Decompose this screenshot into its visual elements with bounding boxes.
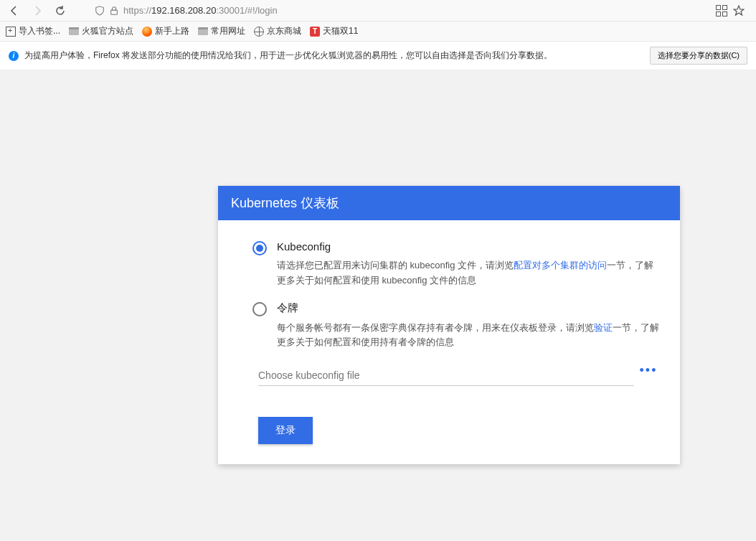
qr-icon[interactable] [716, 5, 727, 17]
globe-icon [254, 27, 264, 37]
lock-icon [109, 6, 119, 16]
bookmark-getting-started[interactable]: 新手上路 [142, 25, 189, 37]
forward-button[interactable] [29, 2, 46, 19]
radio-token[interactable] [252, 302, 267, 316]
option-desc: 请选择您已配置用来访问集群的 kubeconfig 文件，请浏览配置对多个集群的… [277, 258, 663, 288]
shield-icon [95, 6, 105, 16]
bookmark-tmall[interactable]: T 天猫双11 [310, 25, 358, 37]
link-multi-cluster[interactable]: 配置对多个集群的访问 [514, 260, 607, 270]
bookmark-label: 常用网址 [211, 25, 245, 37]
folder-icon [198, 27, 208, 35]
bookmark-jd[interactable]: 京东商城 [254, 25, 301, 37]
url-text: https://192.168.208.20:30001/#!/login [123, 5, 278, 16]
choose-data-button[interactable]: 选择您要分享的数据(C) [650, 47, 747, 65]
login-button[interactable]: 登录 [258, 417, 313, 444]
option-kubeconfig[interactable]: Kubeconfig 请选择您已配置用来访问集群的 kubeconfig 文件，… [252, 240, 663, 288]
more-menu-button[interactable]: ••• [634, 363, 663, 388]
info-icon: i [9, 51, 19, 61]
firefox-icon [142, 27, 152, 37]
card-header: Kubernetes 仪表板 [218, 186, 680, 220]
tmall-icon: T [310, 27, 320, 37]
option-title: 令牌 [277, 301, 663, 315]
star-icon[interactable] [733, 5, 745, 17]
reload-button[interactable] [52, 2, 69, 19]
bookmark-label: 新手上路 [155, 25, 189, 37]
link-auth[interactable]: 验证 [594, 322, 613, 333]
kubeconfig-file-input[interactable] [258, 365, 634, 386]
svg-rect-0 [111, 10, 118, 14]
option-title: Kubeconfig [277, 240, 663, 253]
back-button[interactable] [6, 2, 23, 19]
option-token[interactable]: 令牌 每个服务帐号都有一条保密字典保存持有者令牌，用来在仪表板登录，请浏览验证一… [252, 301, 663, 351]
browser-toolbar: https://192.168.208.20:30001/#!/login [0, 0, 756, 22]
card-body: Kubeconfig 请选择您已配置用来访问集群的 kubeconfig 文件，… [218, 220, 680, 464]
login-card: Kubernetes 仪表板 Kubeconfig 请选择您已配置用来访问集群的… [218, 186, 680, 464]
import-icon [6, 27, 16, 37]
info-bar: i 为提高用户体验，Firefox 将发送部分功能的使用情况给我们，用于进一步优… [0, 42, 756, 70]
radio-kubeconfig[interactable] [252, 241, 267, 255]
bookmark-label: 天猫双11 [323, 25, 358, 37]
bookmarks-bar: 导入书签... 火狐官方站点 新手上路 常用网址 京东商城 T 天猫双11 [0, 22, 756, 42]
bookmark-import[interactable]: 导入书签... [6, 25, 60, 37]
folder-icon [69, 27, 79, 35]
file-row: ••• [258, 363, 663, 388]
url-bar[interactable]: https://192.168.208.20:30001/#!/login [89, 5, 710, 16]
info-text: 为提高用户体验，Firefox 将发送部分功能的使用情况给我们，用于进一步优化火… [24, 50, 552, 62]
bookmark-label: 火狐官方站点 [82, 25, 133, 37]
bookmark-firefox-official[interactable]: 火狐官方站点 [69, 25, 133, 37]
bookmark-common-sites[interactable]: 常用网址 [198, 25, 245, 37]
bookmark-label: 导入书签... [19, 25, 60, 37]
bookmark-label: 京东商城 [267, 25, 301, 37]
option-desc: 每个服务帐号都有一条保密字典保存持有者令牌，用来在仪表板登录，请浏览验证一节，了… [277, 321, 663, 351]
main-area: Kubernetes 仪表板 Kubeconfig 请选择您已配置用来访问集群的… [0, 70, 756, 541]
